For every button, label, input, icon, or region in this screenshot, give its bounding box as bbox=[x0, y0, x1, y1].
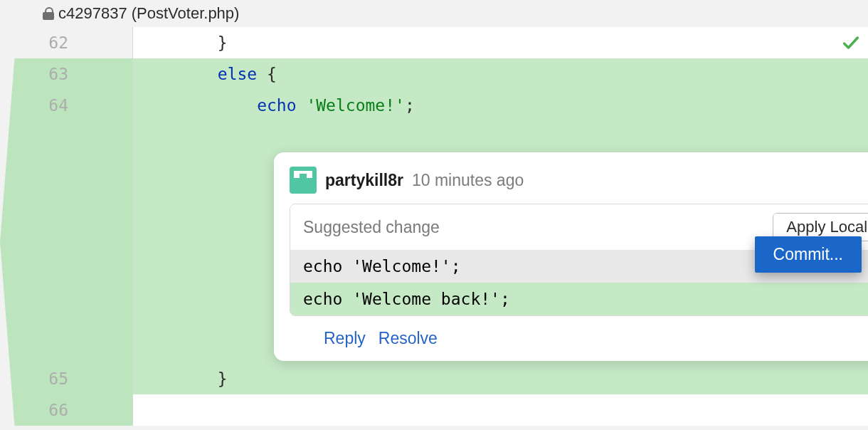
comment-timestamp: 10 minutes ago bbox=[412, 171, 524, 190]
apply-dropdown-menu: Commit... bbox=[755, 236, 862, 273]
code-fn: echo bbox=[257, 96, 296, 115]
line-number: 63 bbox=[0, 58, 68, 90]
code-string: 'Welcome!' bbox=[297, 96, 405, 115]
editor-container: 62 63 64 65 66 } else { echo 'Welcome!';… bbox=[0, 27, 868, 426]
code-line-added: } bbox=[133, 363, 868, 394]
code-brace: } bbox=[218, 369, 228, 388]
comment-actions: Reply Resolve bbox=[274, 316, 868, 348]
resolve-link[interactable]: Resolve bbox=[379, 329, 438, 348]
code-line-added: else { bbox=[133, 58, 868, 90]
code-brace: } bbox=[218, 33, 228, 52]
gutter-spacer bbox=[0, 121, 68, 363]
code-keyword: else bbox=[218, 65, 257, 83]
lock-icon bbox=[43, 7, 54, 20]
suggested-change-title: Suggested change bbox=[303, 218, 440, 237]
diff-added-line: echo 'Welcome back!'; bbox=[290, 283, 868, 315]
avatar bbox=[290, 167, 317, 194]
tab-bar: c4297837 (PostVoter.php) bbox=[0, 0, 868, 27]
gutter: 62 63 64 65 66 bbox=[0, 27, 132, 426]
reply-link[interactable]: Reply bbox=[324, 329, 366, 348]
editor-tab[interactable]: c4297837 (PostVoter.php) bbox=[43, 4, 239, 23]
line-number: 62 bbox=[0, 27, 68, 58]
comment-header: partykill8r 10 minutes ago bbox=[274, 167, 868, 204]
line-number: 64 bbox=[0, 90, 68, 121]
review-comment-card: partykill8r 10 minutes ago Suggested cha… bbox=[274, 152, 868, 361]
code-line: } bbox=[133, 27, 868, 58]
commit-menu-item[interactable]: Commit... bbox=[755, 236, 862, 273]
code-area[interactable]: } else { echo 'Welcome!'; } partykill8r … bbox=[132, 27, 868, 426]
code-semi: ; bbox=[405, 96, 415, 115]
inspection-ok-icon[interactable] bbox=[841, 33, 861, 53]
line-number: 66 bbox=[0, 394, 68, 426]
code-brace: { bbox=[257, 65, 277, 83]
line-number: 65 bbox=[0, 363, 68, 394]
code-line-added: echo 'Welcome!'; bbox=[133, 90, 868, 121]
code-line bbox=[133, 394, 868, 426]
tab-label: c4297837 (PostVoter.php) bbox=[58, 4, 239, 23]
comment-author: partykill8r bbox=[325, 171, 403, 190]
